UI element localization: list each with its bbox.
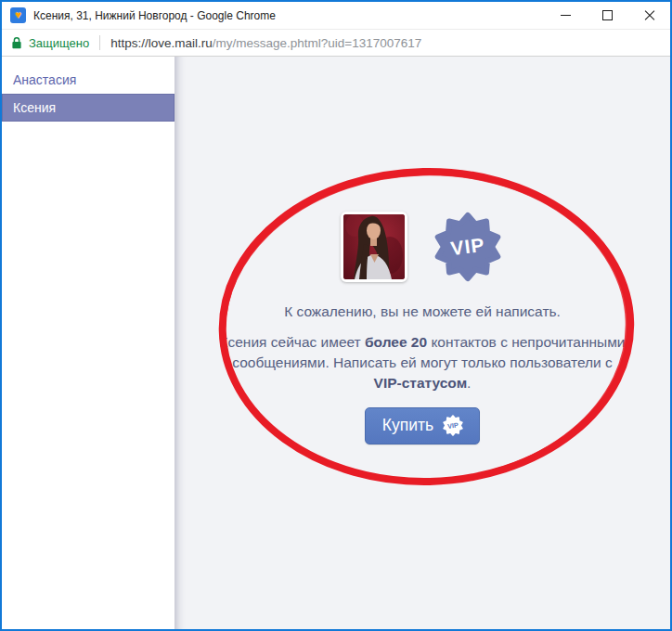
- sidebar-item-anastasia[interactable]: Анастасия: [2, 66, 174, 94]
- message-bold-vip: VIP-статусом: [374, 375, 468, 391]
- cannot-write-headline: К сожалению, вы не можете ей написать.: [174, 303, 670, 320]
- profile-photo[interactable]: [341, 212, 407, 282]
- sidebar-item-ksenia[interactable]: Ксения: [2, 94, 174, 122]
- minimize-icon: [561, 15, 571, 16]
- portrait-image: [343, 214, 405, 279]
- maximize-icon: [602, 10, 613, 20]
- vip-required-message: Ксения сейчас имеет более 20 контактов с…: [217, 332, 627, 393]
- svg-text:VIP: VIP: [447, 421, 459, 431]
- content-area: Анастасия Ксения: [2, 57, 670, 629]
- maximize-button[interactable]: [587, 2, 628, 29]
- buy-button-label: Купить: [382, 416, 433, 435]
- window-controls: [545, 2, 670, 29]
- minimize-button[interactable]: [545, 2, 587, 29]
- vip-badge-icon: VIP: [432, 212, 504, 282]
- lock-icon: [11, 36, 22, 49]
- buy-vip-button[interactable]: Купить VIP: [365, 407, 480, 444]
- url-domain: https://love.mail.ru: [110, 36, 213, 50]
- address-bar[interactable]: Защищено https://love.mail.ru/my/message…: [2, 29, 670, 57]
- site-favicon: ♥: [10, 7, 26, 23]
- message-pane: VIP К сожалению, вы не можете ей написат…: [174, 57, 670, 629]
- security-label[interactable]: Защищено: [29, 36, 89, 50]
- message-part3: .: [467, 375, 471, 391]
- close-button[interactable]: [628, 2, 670, 29]
- profile-row: VIP: [174, 212, 670, 282]
- title-bar[interactable]: ♥ Ксения, 31, Нижний Новгород - Google C…: [2, 2, 670, 29]
- close-icon: [644, 10, 655, 21]
- svg-text:VIP: VIP: [449, 234, 485, 259]
- contacts-sidebar: Анастасия Ксения: [2, 57, 174, 629]
- vip-block: VIP К сожалению, вы не можете ей написат…: [174, 57, 670, 444]
- message-part1: Ксения сейчас имеет: [219, 334, 365, 350]
- url-field[interactable]: https://love.mail.ru/my/message.phtml?ui…: [110, 36, 421, 50]
- window-title: Ксения, 31, Нижний Новгород - Google Chr…: [33, 9, 545, 22]
- heart-icon: ♥: [15, 7, 21, 23]
- vip-mini-icon: VIP: [442, 415, 464, 436]
- url-path: /my/message.phtml?uid=1317007617: [213, 36, 422, 50]
- address-divider: [99, 35, 100, 50]
- browser-window: ♥ Ксения, 31, Нижний Новгород - Google C…: [0, 0, 672, 631]
- message-bold-contacts: более 20: [365, 334, 427, 350]
